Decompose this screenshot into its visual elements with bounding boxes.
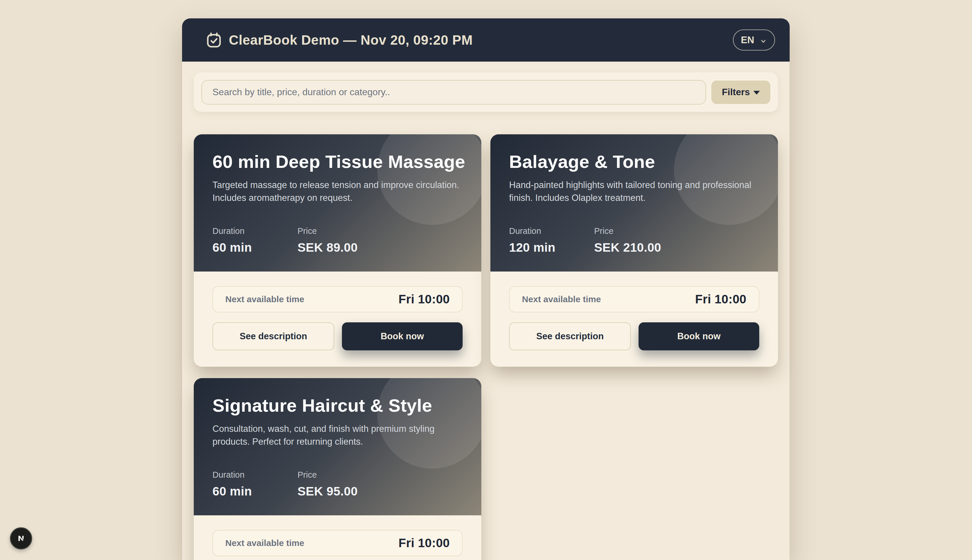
service-meta: Duration 60 min Price SEK 95.00 <box>212 470 358 498</box>
caret-down-icon <box>753 91 760 95</box>
see-description-button[interactable]: See description <box>509 322 631 350</box>
book-now-button[interactable]: Book now <box>639 322 759 350</box>
service-card-body: Next available time Fri 10:00 See descri… <box>490 272 778 367</box>
service-meta: Duration 120 min Price SEK 210.00 <box>509 226 661 255</box>
next-available-label: Next available time <box>522 294 601 304</box>
nextjs-n-icon <box>15 532 27 545</box>
service-title: 60 min Deep Tissue Massage <box>212 151 463 172</box>
service-description: Consultation, wash, cut, and finish with… <box>212 422 463 448</box>
price-value: SEK 89.00 <box>298 241 358 255</box>
duration-value: 60 min <box>212 241 298 255</box>
next-available-time: Fri 10:00 <box>399 292 450 306</box>
service-card: 60 min Deep Tissue Massage Targeted mass… <box>194 134 481 367</box>
page-title: ClearBook Demo — Nov 20, 09:20 PM <box>229 32 473 48</box>
price-label: Price <box>298 226 358 236</box>
clipboard-check-icon <box>207 32 221 48</box>
card-actions: See description Book now <box>509 322 759 350</box>
duration-label: Duration <box>212 470 298 480</box>
next-available-box: Next available time Fri 10:00 <box>509 286 759 312</box>
price-value: SEK 95.00 <box>298 484 358 498</box>
next-available-time: Fri 10:00 <box>399 536 450 550</box>
services-grid: 60 min Deep Tissue Massage Targeted mass… <box>194 134 778 560</box>
nextjs-dev-badge[interactable] <box>10 527 32 550</box>
duration-value: 120 min <box>509 241 594 255</box>
service-title: Signature Haircut & Style <box>212 395 463 416</box>
service-card-hero: Signature Haircut & Style Consultation, … <box>194 378 481 515</box>
see-description-button[interactable]: See description <box>212 322 334 350</box>
next-available-label: Next available time <box>225 294 304 304</box>
price-label: Price <box>594 226 661 236</box>
price-value: SEK 210.00 <box>594 241 661 255</box>
filters-label: Filters <box>722 87 750 98</box>
next-available-label: Next available time <box>225 538 304 548</box>
service-card-hero: 60 min Deep Tissue Massage Targeted mass… <box>194 134 481 272</box>
service-title: Balayage & Tone <box>509 151 759 172</box>
service-card: Balayage & Tone Hand-painted highlights … <box>490 134 778 367</box>
duration-label: Duration <box>212 226 298 236</box>
book-now-button[interactable]: Book now <box>342 322 463 350</box>
service-card-body: Next available time Fri 10:00 See descri… <box>194 515 481 560</box>
next-available-box: Next available time Fri 10:00 <box>212 286 463 312</box>
app-container: ClearBook Demo — Nov 20, 09:20 PM EN Fil… <box>182 18 790 560</box>
duration-label: Duration <box>509 226 594 236</box>
service-card: Signature Haircut & Style Consultation, … <box>194 378 481 560</box>
service-description: Hand-painted highlights with tailored to… <box>509 179 759 204</box>
language-selector[interactable]: EN <box>733 30 775 50</box>
service-meta: Duration 60 min Price SEK 89.00 <box>212 226 358 255</box>
service-description: Targeted massage to release tension and … <box>212 179 463 204</box>
price-label: Price <box>298 470 358 480</box>
card-actions: See description Book now <box>212 322 463 350</box>
app-header: ClearBook Demo — Nov 20, 09:20 PM EN <box>182 18 790 62</box>
service-card-hero: Balayage & Tone Hand-painted highlights … <box>490 134 778 272</box>
language-label: EN <box>741 35 754 45</box>
next-available-box: Next available time Fri 10:00 <box>212 530 463 556</box>
search-input[interactable] <box>201 80 706 105</box>
filters-button[interactable]: Filters <box>711 81 770 104</box>
search-panel: Filters <box>194 72 778 112</box>
duration-value: 60 min <box>212 484 298 498</box>
chevron-down-icon <box>760 36 767 44</box>
next-available-time: Fri 10:00 <box>695 292 746 306</box>
service-card-body: Next available time Fri 10:00 See descri… <box>194 272 481 367</box>
